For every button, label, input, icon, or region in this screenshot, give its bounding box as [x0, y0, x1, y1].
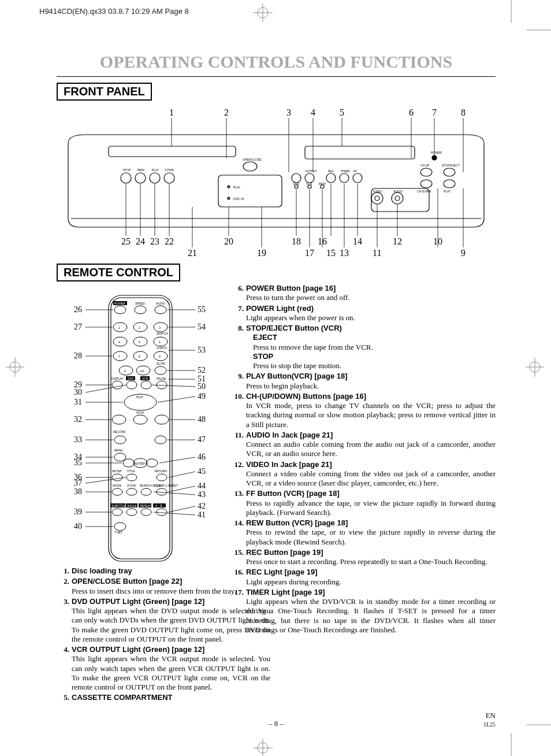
- svg-text:7: 7: [432, 108, 437, 117]
- svg-text:10: 10: [433, 236, 442, 246]
- svg-point-122: [154, 323, 167, 332]
- svg-text:TIMER: TIMER: [341, 169, 350, 173]
- svg-point-40: [228, 186, 230, 188]
- svg-point-145: [146, 459, 158, 467]
- svg-point-143: [123, 459, 135, 467]
- svg-point-50: [371, 192, 383, 204]
- svg-text:RETURN: RETURN: [155, 469, 167, 473]
- front-panel-diagram: 1 2 3 4 5 6 7 8: [57, 103, 496, 259]
- svg-text:13: 13: [340, 248, 349, 258]
- svg-point-133: [126, 381, 137, 389]
- svg-text:DISC IN: DISC IN: [233, 197, 244, 201]
- remote-control-diagram: POWER SPEEDAUDIO 123 456 789 0+10 SKIP/C…: [57, 284, 224, 573]
- svg-point-46: [353, 173, 362, 183]
- svg-point-148: [157, 474, 167, 481]
- svg-point-154: [126, 509, 137, 516]
- svg-point-3: [258, 743, 268, 753]
- svg-text:8: 8: [461, 108, 466, 117]
- svg-text:18: 18: [292, 236, 301, 246]
- svg-point-118: [135, 306, 146, 314]
- svg-text:2: 2: [224, 108, 229, 117]
- svg-text:50: 50: [198, 382, 206, 391]
- svg-text:DVD: DVD: [128, 377, 134, 380]
- svg-text:7: 7: [118, 355, 120, 358]
- svg-text:9: 9: [159, 355, 161, 358]
- svg-point-35: [135, 173, 146, 183]
- svg-text:REPEAT: REPEAT: [140, 504, 151, 507]
- svg-text:55: 55: [198, 305, 206, 314]
- svg-text:RECORD: RECORD: [113, 430, 126, 433]
- svg-point-43: [305, 173, 314, 183]
- svg-line-246: [169, 506, 195, 512]
- svg-point-156: [157, 509, 167, 516]
- svg-text:ANGLE: ANGLE: [127, 504, 137, 507]
- svg-text:OPEN/CLOSE: OPEN/CLOSE: [243, 158, 262, 161]
- svg-text:REC: REC: [328, 169, 334, 173]
- svg-line-238: [152, 385, 195, 387]
- svg-text:44: 44: [198, 481, 206, 490]
- svg-point-38: [243, 162, 257, 171]
- svg-point-155: [141, 509, 151, 516]
- svg-text:3: 3: [159, 326, 161, 329]
- svg-text:39: 39: [74, 507, 82, 516]
- svg-point-123: [113, 337, 127, 346]
- svg-text:OUTPUT: OUTPUT: [305, 169, 317, 173]
- svg-text:SUBTITLE: SUBTITLE: [111, 504, 126, 507]
- svg-text:A – B: A – B: [155, 504, 163, 507]
- svg-text:23: 23: [150, 236, 159, 246]
- svg-text:TITLE: TITLE: [127, 469, 135, 473]
- svg-text:35: 35: [74, 458, 82, 467]
- svg-text:DISPLAY: DISPLAY: [111, 377, 124, 380]
- svg-rect-32: [109, 146, 236, 157]
- svg-text:0: 0: [124, 369, 126, 373]
- svg-text:AUDIO: AUDIO: [156, 302, 165, 305]
- svg-point-129: [119, 366, 133, 375]
- svg-text:SKIP/CH: SKIP/CH: [157, 332, 168, 335]
- svg-text:5: 5: [340, 108, 344, 117]
- svg-point-138: [133, 415, 147, 424]
- svg-text:32: 32: [74, 415, 82, 424]
- svg-text:38: 38: [74, 487, 82, 496]
- svg-text:ENTER: ENTER: [135, 462, 145, 465]
- svg-point-153: [112, 509, 122, 516]
- svg-text:2: 2: [139, 326, 140, 329]
- svg-point-125: [154, 337, 167, 346]
- svg-text:T-SET: T-SET: [114, 531, 122, 534]
- svg-text:25: 25: [121, 236, 131, 246]
- svg-text:VCR: VCR: [306, 182, 312, 186]
- svg-point-149: [112, 488, 122, 495]
- svg-text:37: 37: [74, 479, 82, 487]
- svg-point-128: [154, 351, 167, 361]
- svg-text:SLOW: SLOW: [157, 362, 165, 365]
- svg-text:47: 47: [198, 435, 206, 444]
- svg-point-57: [420, 180, 432, 188]
- svg-line-247: [154, 512, 195, 515]
- svg-text:DVD: DVD: [293, 182, 300, 186]
- svg-text:49: 49: [198, 392, 206, 401]
- svg-text:48: 48: [198, 415, 206, 424]
- svg-point-56: [444, 168, 455, 176]
- svg-point-41: [228, 197, 230, 199]
- svg-text:17: 17: [305, 248, 314, 258]
- svg-text:VCR/TV: VCR/TV: [157, 346, 167, 350]
- divider: [57, 76, 496, 77]
- svg-point-55: [420, 168, 432, 176]
- svg-point-139: [155, 415, 169, 424]
- svg-text:43: 43: [198, 490, 206, 499]
- svg-text:FF: FF: [353, 169, 357, 173]
- svg-line-242: [159, 457, 195, 463]
- svg-text:21: 21: [188, 248, 197, 258]
- svg-point-140: [114, 436, 126, 444]
- svg-point-157: [114, 522, 126, 531]
- svg-text:3: 3: [286, 108, 291, 117]
- svg-text:52: 52: [198, 366, 206, 375]
- svg-point-42: [292, 173, 301, 183]
- svg-text:PLAY: PLAY: [152, 168, 159, 172]
- svg-text:4: 4: [311, 108, 315, 117]
- svg-rect-115: [109, 295, 172, 561]
- svg-text:41: 41: [198, 510, 206, 519]
- svg-text:16: 16: [318, 236, 327, 246]
- svg-text:28: 28: [74, 351, 82, 360]
- svg-point-53: [395, 196, 400, 201]
- svg-text:AUDIO: AUDIO: [393, 190, 403, 193]
